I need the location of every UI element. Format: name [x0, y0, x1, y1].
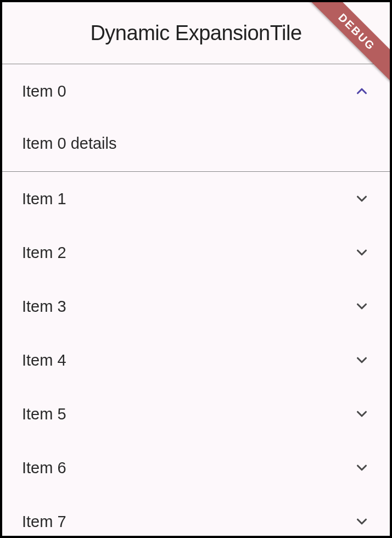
tile-title: Item 0	[22, 82, 66, 100]
expansion-tile-3[interactable]: Item 3	[2, 279, 390, 333]
tile-title: Item 3	[22, 298, 66, 316]
chevron-down-icon	[354, 513, 370, 530]
chevron-down-icon	[354, 459, 370, 476]
expansion-tile-6[interactable]: Item 6	[2, 441, 390, 495]
expansion-list[interactable]: Item 0 Item 0 details Item 1 Item 2 Item…	[2, 64, 390, 536]
chevron-down-icon	[354, 406, 370, 422]
expansion-tile-2[interactable]: Item 2	[2, 226, 390, 279]
tile-title: Item 5	[22, 405, 66, 423]
expansion-tile-1[interactable]: Item 1	[2, 172, 390, 226]
tile-title: Item 7	[22, 513, 66, 531]
expansion-tile-5[interactable]: Item 5	[2, 387, 390, 441]
expansion-tile-7[interactable]: Item 7	[2, 495, 390, 536]
tile-title: Item 4	[22, 351, 66, 369]
tile-details: Item 0 details	[2, 118, 390, 171]
chevron-down-icon	[354, 244, 370, 261]
expansion-tile-4[interactable]: Item 4	[2, 333, 390, 387]
app-frame: Dynamic ExpansionTile Item 0 Item 0 deta…	[2, 2, 390, 536]
chevron-down-icon	[354, 190, 370, 207]
page-title: Dynamic ExpansionTile	[90, 21, 301, 45]
expansion-tile-0[interactable]: Item 0	[2, 64, 390, 118]
tile-title: Item 1	[22, 190, 66, 208]
tile-title: Item 2	[22, 244, 66, 262]
chevron-down-icon	[354, 298, 370, 315]
tile-title: Item 6	[22, 459, 66, 477]
app-bar: Dynamic ExpansionTile	[2, 2, 390, 64]
chevron-up-icon	[354, 83, 370, 99]
chevron-down-icon	[354, 352, 370, 368]
